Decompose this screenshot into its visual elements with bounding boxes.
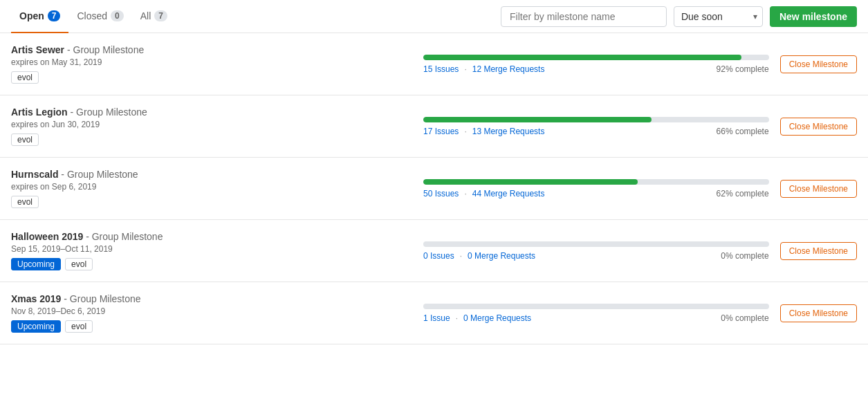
milestone-action: Close Milestone [780, 242, 857, 260]
group-tag: evol [11, 196, 39, 208]
separator: · [464, 189, 466, 199]
milestone-tags: evol [11, 71, 412, 84]
milestone-group-label: - Group Milestone [61, 293, 140, 304]
milestone-tags: evol [11, 133, 412, 146]
close-milestone-button[interactable]: Close Milestone [780, 242, 857, 260]
sort-select[interactable]: Due soon Due later Name ASC Name DESC Mo… [674, 6, 763, 27]
issues-link[interactable]: 15 Issues [423, 64, 459, 74]
milestone-title: Artis Sewer - Group Milestone [11, 44, 412, 55]
milestone-action: Close Milestone [780, 304, 857, 322]
progress-bar-track [423, 55, 769, 60]
milestone-row: Hurnscald - Group Milestoneexpires on Se… [0, 158, 868, 220]
milestone-info: Hurnscald - Group Milestoneexpires on Se… [11, 169, 412, 208]
merge-requests-link[interactable]: 13 Merge Requests [472, 127, 545, 136]
milestone-group-label: - Group Milestone [83, 231, 163, 242]
new-milestone-button[interactable]: New milestone [770, 6, 857, 27]
upcoming-badge: Upcoming [11, 258, 61, 270]
milestone-progress: 15 Issues · 12 Merge Requests 92% comple… [423, 55, 769, 74]
milestone-expires: Nov 8, 2019–Dec 6, 2019 [11, 306, 412, 316]
progress-meta: 1 Issue · 0 Merge Requests 0% complete [423, 313, 769, 323]
milestone-action: Close Milestone [780, 118, 857, 136]
separator: · [460, 251, 462, 261]
milestone-info: Xmas 2019 - Group MilestoneNov 8, 2019–D… [11, 293, 412, 333]
milestone-title: Xmas 2019 - Group Milestone [11, 293, 412, 304]
complete-text: 92% complete [717, 64, 769, 74]
milestone-action: Close Milestone [780, 180, 857, 198]
merge-requests-link[interactable]: 0 Merge Requests [468, 251, 535, 261]
tab-closed[interactable]: Closed 0 [68, 0, 131, 33]
group-tag: evol [11, 71, 39, 84]
progress-bar-fill [423, 55, 741, 60]
milestone-name: Artis Legion [11, 107, 68, 118]
group-tag: evol [65, 258, 93, 270]
tab-all[interactable]: All 7 [132, 0, 176, 33]
issues-link[interactable]: 0 Issues [423, 251, 454, 261]
tab-open-label: Open [19, 10, 44, 21]
merge-requests-link[interactable]: 0 Merge Requests [463, 313, 531, 323]
milestone-action: Close Milestone [780, 55, 857, 73]
complete-text: 62% complete [717, 189, 769, 199]
close-milestone-button[interactable]: Close Milestone [780, 180, 857, 198]
milestone-group-label: - Group Milestone [64, 44, 144, 55]
milestone-row: Artis Legion - Group Milestoneexpires on… [0, 95, 868, 158]
merge-requests-link[interactable]: 12 Merge Requests [472, 64, 545, 74]
filter-input[interactable] [501, 6, 667, 27]
milestone-expires: Sep 15, 2019–Oct 11, 2019 [11, 244, 412, 254]
progress-bar-fill [423, 179, 638, 185]
milestone-name: Xmas 2019 [11, 293, 61, 304]
milestone-info: Artis Sewer - Group Milestoneexpires on … [11, 44, 412, 84]
milestone-group-label: - Group Milestone [68, 107, 147, 118]
header-right: Due soon Due later Name ASC Name DESC Mo… [501, 6, 857, 27]
milestone-row: Artis Sewer - Group Milestoneexpires on … [0, 33, 868, 95]
complete-text: 0% complete [721, 251, 768, 261]
header-bar: Open 7 Closed 0 All 7 Due soon Due later… [0, 0, 868, 33]
milestone-row: Halloween 2019 - Group MilestoneSep 15, … [0, 220, 868, 282]
separator: · [464, 64, 466, 74]
issues-link[interactable]: 17 Issues [423, 127, 459, 136]
milestone-progress: 50 Issues · 44 Merge Requests 62% comple… [423, 179, 769, 199]
milestone-expires: expires on Jun 30, 2019 [11, 120, 412, 129]
milestone-title: Artis Legion - Group Milestone [11, 107, 412, 118]
close-milestone-button[interactable]: Close Milestone [780, 304, 857, 322]
milestone-list: Artis Sewer - Group Milestoneexpires on … [0, 33, 868, 344]
tab-closed-count: 0 [111, 10, 124, 21]
progress-meta: 17 Issues · 13 Merge Requests 66% comple… [423, 127, 769, 136]
progress-bar-track [423, 117, 769, 122]
separator: · [456, 313, 458, 323]
upcoming-badge: Upcoming [11, 320, 61, 333]
milestone-title: Hurnscald - Group Milestone [11, 169, 412, 180]
progress-bar-track [423, 241, 769, 247]
tab-all-count: 7 [154, 10, 167, 21]
tab-closed-label: Closed [77, 10, 107, 21]
milestone-progress: 17 Issues · 13 Merge Requests 66% comple… [423, 117, 769, 136]
milestone-name: Artis Sewer [11, 44, 64, 55]
milestone-tags: evol [11, 196, 412, 208]
tab-open[interactable]: Open 7 [11, 0, 68, 33]
milestone-tags: Upcomingevol [11, 258, 412, 270]
progress-bar-track [423, 304, 769, 309]
milestone-title: Halloween 2019 - Group Milestone [11, 231, 412, 242]
milestone-group-label: - Group Milestone [58, 169, 138, 180]
progress-bar-track [423, 179, 769, 185]
close-milestone-button[interactable]: Close Milestone [780, 55, 857, 73]
milestone-row: Xmas 2019 - Group MilestoneNov 8, 2019–D… [0, 282, 868, 344]
milestone-name: Halloween 2019 [11, 231, 83, 242]
issues-link[interactable]: 1 Issue [423, 313, 450, 323]
progress-meta: 15 Issues · 12 Merge Requests 92% comple… [423, 64, 769, 74]
progress-bar-fill [423, 117, 652, 122]
complete-text: 66% complete [717, 127, 769, 136]
issues-link[interactable]: 50 Issues [423, 189, 459, 199]
milestone-expires: expires on Sep 6, 2019 [11, 182, 412, 192]
close-milestone-button[interactable]: Close Milestone [780, 118, 857, 136]
milestone-tags: Upcomingevol [11, 320, 412, 333]
progress-meta: 50 Issues · 44 Merge Requests 62% comple… [423, 189, 769, 199]
milestone-name: Hurnscald [11, 169, 58, 180]
separator: · [464, 127, 466, 136]
milestone-progress: 0 Issues · 0 Merge Requests 0% complete [423, 241, 769, 261]
group-tag: evol [65, 320, 93, 333]
merge-requests-link[interactable]: 44 Merge Requests [472, 189, 545, 199]
complete-text: 0% complete [721, 313, 768, 323]
milestone-expires: expires on May 31, 2019 [11, 57, 412, 67]
tab-open-count: 7 [48, 10, 61, 21]
group-tag: evol [11, 133, 39, 146]
